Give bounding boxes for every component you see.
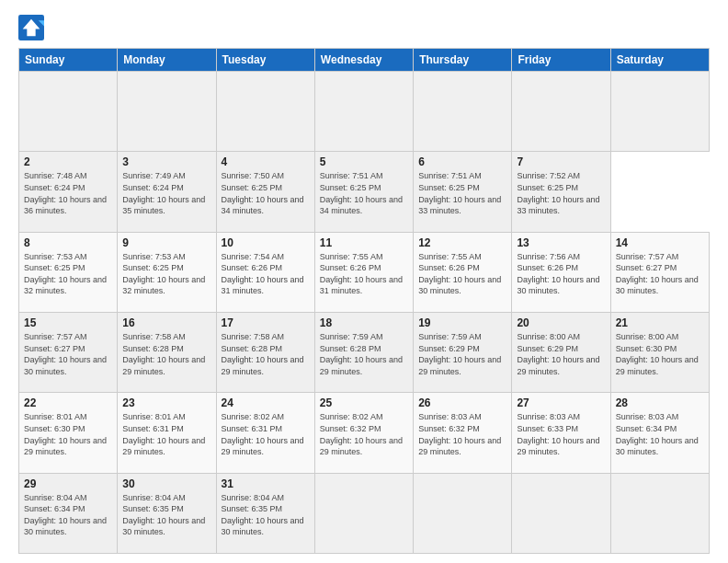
day-number: 5 [320, 155, 408, 168]
day-info: Sunrise: 8:04 AMSunset: 6:35 PMDaylight:… [222, 492, 310, 538]
day-cell: 13Sunrise: 7:56 AMSunset: 6:26 PMDayligh… [512, 232, 610, 312]
day-cell: 7Sunrise: 7:52 AMSunset: 6:25 PMDaylight… [512, 152, 610, 232]
day-cell [118, 72, 216, 152]
day-info: Sunrise: 7:58 AMSunset: 6:28 PMDaylight:… [222, 331, 310, 377]
day-cell: 12Sunrise: 7:55 AMSunset: 6:26 PMDayligh… [414, 232, 512, 312]
day-number: 7 [517, 155, 605, 168]
day-cell: 2Sunrise: 7:48 AMSunset: 6:24 PMDaylight… [19, 152, 118, 232]
day-info: Sunrise: 8:04 AMSunset: 6:34 PMDaylight:… [24, 492, 112, 538]
day-number: 12 [418, 236, 506, 249]
day-info: Sunrise: 7:55 AMSunset: 6:26 PMDaylight:… [418, 251, 506, 297]
day-info: Sunrise: 7:58 AMSunset: 6:28 PMDaylight:… [122, 331, 210, 377]
day-number: 18 [320, 316, 408, 329]
day-number: 14 [616, 236, 704, 249]
day-number: 30 [122, 477, 210, 490]
day-info: Sunrise: 7:53 AMSunset: 6:25 PMDaylight:… [122, 251, 210, 297]
day-info: Sunrise: 7:53 AMSunset: 6:25 PMDaylight:… [24, 251, 112, 297]
day-cell: 4Sunrise: 7:50 AMSunset: 6:25 PMDaylight… [216, 152, 314, 232]
day-cell: 8Sunrise: 7:53 AMSunset: 6:25 PMDaylight… [19, 232, 118, 312]
calendar-table: SundayMondayTuesdayWednesdayThursdayFrid… [18, 48, 710, 554]
day-number: 26 [418, 396, 506, 409]
day-cell [610, 473, 709, 553]
day-number: 28 [616, 396, 704, 409]
day-cell [19, 72, 118, 152]
day-cell [512, 473, 610, 553]
day-number: 29 [24, 477, 112, 490]
day-cell: 26Sunrise: 8:03 AMSunset: 6:32 PMDayligh… [414, 393, 512, 473]
day-cell: 11Sunrise: 7:55 AMSunset: 6:26 PMDayligh… [314, 232, 413, 312]
day-number: 8 [24, 236, 112, 249]
day-info: Sunrise: 8:02 AMSunset: 6:31 PMDaylight:… [222, 411, 310, 457]
day-info: Sunrise: 7:56 AMSunset: 6:26 PMDaylight:… [517, 251, 605, 297]
day-cell [610, 72, 709, 152]
col-header-tuesday: Tuesday [216, 49, 314, 72]
col-header-wednesday: Wednesday [314, 49, 413, 72]
day-info: Sunrise: 7:54 AMSunset: 6:26 PMDaylight:… [222, 251, 310, 297]
day-info: Sunrise: 8:03 AMSunset: 6:33 PMDaylight:… [517, 411, 605, 457]
col-header-friday: Friday [512, 49, 610, 72]
day-info: Sunrise: 8:01 AMSunset: 6:31 PMDaylight:… [122, 411, 210, 457]
day-info: Sunrise: 7:57 AMSunset: 6:27 PMDaylight:… [616, 251, 704, 297]
day-number: 6 [418, 155, 506, 168]
day-number: 11 [320, 236, 408, 249]
day-cell: 17Sunrise: 7:58 AMSunset: 6:28 PMDayligh… [216, 312, 314, 392]
day-cell: 16Sunrise: 7:58 AMSunset: 6:28 PMDayligh… [118, 312, 216, 392]
day-cell: 5Sunrise: 7:51 AMSunset: 6:25 PMDaylight… [314, 152, 413, 232]
day-cell: 31Sunrise: 8:04 AMSunset: 6:35 PMDayligh… [216, 473, 314, 553]
day-number: 23 [122, 396, 210, 409]
day-number: 4 [222, 155, 310, 168]
day-number: 20 [517, 316, 605, 329]
week-row-1 [19, 72, 710, 152]
col-header-sunday: Sunday [19, 49, 118, 72]
day-info: Sunrise: 7:49 AMSunset: 6:24 PMDaylight:… [122, 170, 210, 216]
day-cell: 23Sunrise: 8:01 AMSunset: 6:31 PMDayligh… [118, 393, 216, 473]
col-header-saturday: Saturday [610, 49, 709, 72]
header [18, 15, 710, 40]
day-info: Sunrise: 8:00 AMSunset: 6:30 PMDaylight:… [616, 331, 704, 377]
day-info: Sunrise: 7:50 AMSunset: 6:25 PMDaylight:… [222, 170, 310, 216]
day-info: Sunrise: 7:51 AMSunset: 6:25 PMDaylight:… [320, 170, 408, 216]
day-number: 22 [24, 396, 112, 409]
day-info: Sunrise: 8:03 AMSunset: 6:32 PMDaylight:… [418, 411, 506, 457]
day-cell [314, 473, 413, 553]
day-number: 13 [517, 236, 605, 249]
day-number: 3 [122, 155, 210, 168]
day-cell: 28Sunrise: 8:03 AMSunset: 6:34 PMDayligh… [610, 393, 709, 473]
day-cell: 6Sunrise: 7:51 AMSunset: 6:25 PMDaylight… [414, 152, 512, 232]
day-info: Sunrise: 7:57 AMSunset: 6:27 PMDaylight:… [24, 331, 112, 377]
day-cell: 15Sunrise: 7:57 AMSunset: 6:27 PMDayligh… [19, 312, 118, 392]
day-cell: 9Sunrise: 7:53 AMSunset: 6:25 PMDaylight… [118, 232, 216, 312]
col-header-thursday: Thursday [414, 49, 512, 72]
day-cell: 21Sunrise: 8:00 AMSunset: 6:30 PMDayligh… [610, 312, 709, 392]
day-number: 31 [222, 477, 310, 490]
day-cell: 25Sunrise: 8:02 AMSunset: 6:32 PMDayligh… [314, 393, 413, 473]
day-cell [414, 72, 512, 152]
day-cell [414, 473, 512, 553]
day-number: 21 [616, 316, 704, 329]
day-info: Sunrise: 8:01 AMSunset: 6:30 PMDaylight:… [24, 411, 112, 457]
day-cell: 30Sunrise: 8:04 AMSunset: 6:35 PMDayligh… [118, 473, 216, 553]
day-number: 10 [222, 236, 310, 249]
day-info: Sunrise: 8:03 AMSunset: 6:34 PMDaylight:… [616, 411, 704, 457]
header-row: SundayMondayTuesdayWednesdayThursdayFrid… [19, 49, 710, 72]
week-row-2: 2Sunrise: 7:48 AMSunset: 6:24 PMDaylight… [19, 152, 710, 232]
day-info: Sunrise: 8:02 AMSunset: 6:32 PMDaylight:… [320, 411, 408, 457]
day-cell: 20Sunrise: 8:00 AMSunset: 6:29 PMDayligh… [512, 312, 610, 392]
day-cell: 14Sunrise: 7:57 AMSunset: 6:27 PMDayligh… [610, 232, 709, 312]
logo-icon [18, 15, 44, 40]
day-cell [216, 72, 314, 152]
logo [18, 15, 48, 40]
day-cell: 19Sunrise: 7:59 AMSunset: 6:29 PMDayligh… [414, 312, 512, 392]
day-cell [314, 72, 413, 152]
day-info: Sunrise: 8:00 AMSunset: 6:29 PMDaylight:… [517, 331, 605, 377]
day-number: 24 [222, 396, 310, 409]
day-cell [512, 72, 610, 152]
day-number: 16 [122, 316, 210, 329]
day-number: 25 [320, 396, 408, 409]
day-cell: 29Sunrise: 8:04 AMSunset: 6:34 PMDayligh… [19, 473, 118, 553]
day-cell: 24Sunrise: 8:02 AMSunset: 6:31 PMDayligh… [216, 393, 314, 473]
day-info: Sunrise: 7:59 AMSunset: 6:29 PMDaylight:… [418, 331, 506, 377]
day-number: 2 [24, 155, 112, 168]
day-cell: 18Sunrise: 7:59 AMSunset: 6:28 PMDayligh… [314, 312, 413, 392]
day-cell: 3Sunrise: 7:49 AMSunset: 6:24 PMDaylight… [118, 152, 216, 232]
